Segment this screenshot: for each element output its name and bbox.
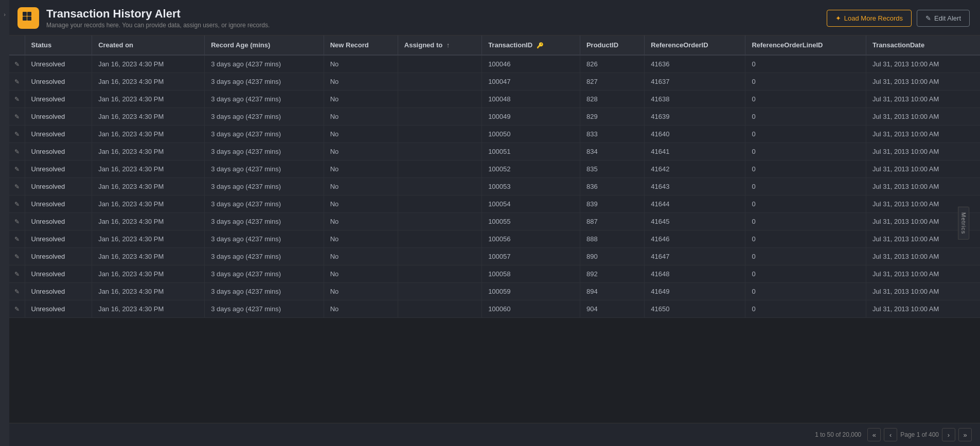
row-edit-cell[interactable]: ✎ — [9, 213, 25, 230]
table-row: ✎UnresolvedJan 16, 2023 4:30 PM3 days ag… — [9, 213, 980, 230]
row-edit-icon[interactable]: ✎ — [14, 113, 20, 120]
page-label: Page 1 of 400 — [900, 431, 939, 438]
cell-transaction-id: 100052 — [482, 160, 580, 178]
load-more-button[interactable]: ✦ Load More Records — [827, 10, 912, 27]
cell-transaction-id: 100046 — [482, 55, 580, 73]
row-edit-cell[interactable]: ✎ — [9, 283, 25, 300]
col-new-record[interactable]: New Record — [324, 35, 398, 55]
row-edit-icon[interactable]: ✎ — [14, 288, 20, 295]
last-page-button[interactable]: » — [958, 428, 972, 441]
row-edit-icon[interactable]: ✎ — [14, 271, 20, 278]
row-edit-icon[interactable]: ✎ — [14, 183, 20, 190]
cell-product-id: 836 — [580, 178, 644, 195]
cell-new-record: No — [324, 178, 398, 195]
cell-transaction-date: Jul 31, 2013 10:00 AM — [866, 73, 981, 91]
col-status[interactable]: Status — [25, 35, 92, 55]
row-edit-cell[interactable]: ✎ — [9, 265, 25, 283]
row-edit-cell[interactable]: ✎ — [9, 55, 25, 73]
cell-reference-order-id: 41639 — [645, 108, 745, 126]
row-edit-cell[interactable]: ✎ — [9, 195, 25, 213]
cell-new-record: No — [324, 248, 398, 265]
table-row: ✎UnresolvedJan 16, 2023 4:30 PM3 days ag… — [9, 126, 980, 143]
cell-created-on: Jan 16, 2023 4:30 PM — [92, 55, 205, 73]
row-edit-cell[interactable]: ✎ — [9, 300, 25, 318]
table-row: ✎UnresolvedJan 16, 2023 4:30 PM3 days ag… — [9, 108, 980, 126]
row-edit-icon[interactable]: ✎ — [14, 306, 20, 313]
first-page-button[interactable]: « — [867, 428, 881, 441]
cell-product-id: 829 — [580, 108, 644, 126]
row-edit-icon[interactable]: ✎ — [14, 96, 20, 103]
metrics-tab[interactable]: Metrics — [958, 206, 969, 239]
edit-icon: ✎ — [925, 14, 931, 22]
cell-new-record: No — [324, 126, 398, 143]
row-edit-cell[interactable]: ✎ — [9, 160, 25, 178]
row-edit-cell[interactable]: ✎ — [9, 143, 25, 160]
row-edit-icon[interactable]: ✎ — [14, 253, 20, 260]
cell-new-record: No — [324, 195, 398, 213]
cell-new-record: No — [324, 160, 398, 178]
col-assigned-to[interactable]: Assigned to ↑ — [398, 35, 482, 55]
col-reference-order-id[interactable]: ReferenceOrderID — [645, 35, 745, 55]
cell-record-age: 3 days ago (4237 mins) — [205, 248, 324, 265]
cell-product-id: 834 — [580, 143, 644, 160]
row-edit-icon[interactable]: ✎ — [14, 166, 20, 173]
row-edit-icon[interactable]: ✎ — [14, 61, 20, 68]
table-row: ✎UnresolvedJan 16, 2023 4:30 PM3 days ag… — [9, 230, 980, 248]
row-edit-icon[interactable]: ✎ — [14, 148, 20, 155]
cell-reference-order-line-id: 0 — [745, 108, 866, 126]
cell-reference-order-line-id: 0 — [745, 55, 866, 73]
cell-record-age: 3 days ago (4237 mins) — [205, 178, 324, 195]
cell-new-record: No — [324, 265, 398, 283]
row-edit-cell[interactable]: ✎ — [9, 91, 25, 108]
row-edit-icon[interactable]: ✎ — [14, 236, 20, 243]
cell-transaction-date: Jul 31, 2013 10:00 AM — [866, 143, 981, 160]
table-row: ✎UnresolvedJan 16, 2023 4:30 PM3 days ag… — [9, 283, 980, 300]
col-transaction-id[interactable]: TransactionID 🔑 — [482, 35, 580, 55]
cell-created-on: Jan 16, 2023 4:30 PM — [92, 178, 205, 195]
cell-new-record: No — [324, 283, 398, 300]
row-edit-cell[interactable]: ✎ — [9, 248, 25, 265]
row-edit-icon[interactable]: ✎ — [14, 78, 20, 85]
cell-created-on: Jan 16, 2023 4:30 PM — [92, 195, 205, 213]
cell-status: Unresolved — [25, 300, 92, 318]
row-edit-cell[interactable]: ✎ — [9, 73, 25, 91]
cell-reference-order-line-id: 0 — [745, 143, 866, 160]
cell-reference-order-id: 41642 — [645, 160, 745, 178]
row-edit-icon[interactable]: ✎ — [14, 218, 20, 225]
col-reference-order-line-id[interactable]: ReferenceOrderLineID — [745, 35, 866, 55]
col-product-id[interactable]: ProductID — [580, 35, 644, 55]
cell-status: Unresolved — [25, 213, 92, 230]
col-record-age[interactable]: Record Age (mins) — [205, 35, 324, 55]
cell-transaction-date: Jul 31, 2013 10:00 AM — [866, 300, 981, 318]
cell-assigned-to — [398, 55, 482, 73]
cell-assigned-to — [398, 126, 482, 143]
row-edit-cell[interactable]: ✎ — [9, 126, 25, 143]
col-created-on[interactable]: Created on — [92, 35, 205, 55]
cell-reference-order-id: 41644 — [645, 195, 745, 213]
row-edit-icon[interactable]: ✎ — [14, 131, 20, 138]
row-edit-cell[interactable]: ✎ — [9, 108, 25, 126]
cell-product-id: 826 — [580, 55, 644, 73]
cell-transaction-id: 100047 — [482, 73, 580, 91]
cell-reference-order-id: 41650 — [645, 300, 745, 318]
cell-reference-order-id: 41649 — [645, 283, 745, 300]
prev-page-button[interactable]: ‹ — [884, 428, 897, 441]
cell-assigned-to — [398, 73, 482, 91]
edit-alert-button[interactable]: ✎ Edit Alert — [917, 10, 970, 27]
row-edit-icon[interactable]: ✎ — [14, 201, 20, 208]
cell-reference-order-id: 41646 — [645, 230, 745, 248]
table-row: ✎UnresolvedJan 16, 2023 4:30 PM3 days ag… — [9, 300, 980, 318]
main-content: Transaction History Alert Manage your re… — [9, 0, 980, 446]
sort-asc-icon: ↑ — [447, 41, 450, 49]
cell-transaction-date: Jul 31, 2013 10:00 AM — [866, 160, 981, 178]
sidebar-toggle[interactable]: › — [0, 0, 9, 446]
next-page-button[interactable]: › — [942, 428, 955, 441]
row-edit-cell[interactable]: ✎ — [9, 178, 25, 195]
row-edit-cell[interactable]: ✎ — [9, 230, 25, 248]
cell-record-age: 3 days ago (4237 mins) — [205, 265, 324, 283]
cell-product-id: 839 — [580, 195, 644, 213]
cell-assigned-to — [398, 265, 482, 283]
cell-transaction-id: 100048 — [482, 91, 580, 108]
col-transaction-date[interactable]: TransactionDate — [866, 35, 981, 55]
cell-transaction-id: 100051 — [482, 143, 580, 160]
